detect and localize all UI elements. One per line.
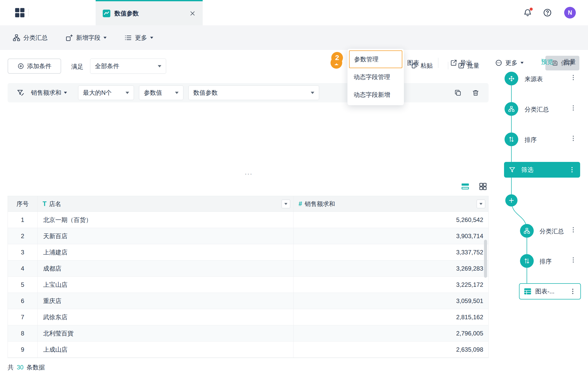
app-window: 数值参数 N: [0, 0, 588, 377]
condition-operator-select[interactable]: 最大的N个: [78, 85, 134, 100]
notification-dot: [530, 8, 533, 11]
batch-label: 批量: [467, 62, 479, 70]
flow-node-summary2-icon[interactable]: [520, 224, 534, 238]
match-mode-select[interactable]: 全部条件: [90, 59, 166, 74]
flow-add-node-button[interactable]: [505, 194, 517, 206]
flow-node-summary1-menu-icon[interactable]: [570, 104, 577, 111]
ellipsis-indicator: ...: [236, 168, 261, 176]
table-row[interactable]: 3 上浦建店 3,337,752: [8, 244, 488, 260]
flow-node-source-label[interactable]: 来源表: [525, 75, 543, 83]
table-row[interactable]: 4 成都店 3,269,283: [8, 260, 488, 277]
export-icon: [450, 59, 457, 66]
paste-button[interactable]: 粘贴: [411, 62, 433, 70]
flow-node-sort1-icon[interactable]: [505, 133, 518, 146]
batch-icon: [458, 62, 465, 69]
add-field-label: 新增字段: [76, 34, 100, 42]
table-scrollbar[interactable]: [484, 240, 487, 278]
copy-condition-icon[interactable]: [454, 89, 462, 97]
flow-node-chart-menu-icon[interactable]: [569, 288, 576, 295]
condition-field-dropdown[interactable]: 销售额求和: [31, 89, 67, 97]
flow-node-sort2-icon[interactable]: [520, 254, 534, 268]
more-left-label: 更多: [135, 34, 147, 42]
user-avatar[interactable]: N: [564, 7, 576, 18]
chevron-down-icon: [150, 37, 153, 39]
flow-node-filter-active[interactable]: 筛选: [504, 162, 580, 178]
view-list-toggle[interactable]: [460, 182, 470, 191]
number-type-icon: #: [299, 200, 302, 208]
chevron-down-icon: [158, 65, 161, 67]
view-grid-toggle[interactable]: [478, 182, 488, 191]
store-column-filter-dropdown[interactable]: [282, 200, 290, 208]
table-header: 序号 T 店名 # 销售额求和: [8, 196, 488, 212]
funnel-icon: [509, 166, 516, 173]
table-row[interactable]: 2 天新百店 3,903,714: [8, 228, 488, 244]
help-icon[interactable]: [543, 8, 552, 17]
flow-node-chart-label: 图表-...: [535, 287, 555, 295]
parameters-dropdown-menu: 参数管理 动态字段管理 动态字段新增: [347, 49, 404, 105]
column-header-sales: # 销售额求和: [293, 196, 488, 212]
column-header-store: T 店名: [38, 196, 293, 212]
filter-edit-icon: [17, 89, 24, 97]
add-field-button[interactable]: 新增字段: [65, 34, 107, 42]
chevron-down-icon: [175, 92, 179, 94]
table-row[interactable]: 9 上成山店 2,635,098: [8, 342, 488, 358]
chevron-down-icon: [126, 92, 129, 94]
flow-node-sort1-label[interactable]: 排序: [525, 136, 537, 144]
menu-item-parameter-manage[interactable]: 参数管理: [349, 50, 402, 68]
tab-numeric-parameter[interactable]: 数值参数: [96, 0, 203, 25]
batch-button[interactable]: 批量: [458, 62, 479, 70]
top-bar: 数值参数 N: [0, 0, 588, 25]
menu-item-dynamic-field-manage[interactable]: 动态字段管理: [349, 68, 402, 86]
table-row[interactable]: 8 北利莹百貨 2,796,005: [8, 325, 488, 342]
table-node-icon: [524, 287, 532, 295]
flow-node-filter-menu-icon[interactable]: [568, 166, 576, 173]
add-condition-button[interactable]: 添加条件: [8, 59, 61, 74]
flow-node-sort2-label[interactable]: 排序: [540, 257, 552, 266]
flow-node-summary2-menu-icon[interactable]: [570, 226, 577, 233]
edit-toolbar: 分类汇总 新增字段 更多 1 参数: [0, 25, 588, 50]
paste-label: 粘贴: [421, 62, 433, 70]
app-logo-icon[interactable]: [14, 7, 25, 18]
flow-node-filter-label: 筛选: [521, 166, 533, 174]
match-mode-value: 全部条件: [95, 62, 119, 70]
group-summary-icon: [13, 34, 20, 42]
condition-parameter-select[interactable]: 数值参数: [188, 85, 319, 100]
table-row[interactable]: 6 重庆店 3,059,501: [8, 293, 488, 309]
menu-item-dynamic-field-add[interactable]: 动态字段新增: [349, 86, 402, 104]
filter-condition-row: 销售额求和 最大的N个 参数值 数值参数: [8, 83, 489, 102]
flow-node-chart-selected[interactable]: 图表-...: [519, 283, 581, 299]
chevron-down-icon: [311, 92, 314, 94]
flow-node-summary2-label[interactable]: 分类汇总: [540, 227, 564, 235]
more-left-button[interactable]: 更多: [124, 34, 153, 42]
condition-parameter-value: 数值参数: [193, 89, 218, 97]
condition-value-type-select[interactable]: 参数值: [139, 85, 183, 100]
plus-circle-icon: [18, 63, 24, 69]
table-row[interactable]: 7 武徐东店 2,815,162: [8, 309, 488, 325]
add-condition-label: 添加条件: [27, 62, 51, 70]
tab-chart-icon: [103, 10, 110, 17]
meet-label: 满足: [71, 63, 83, 71]
flow-node-summary1-icon[interactable]: [505, 102, 518, 116]
flow-node-source-menu-icon[interactable]: [570, 74, 577, 81]
filter-actions-divider: [448, 62, 448, 69]
result-count: 共 30 条数据: [8, 363, 45, 371]
table-row[interactable]: 1 北京一期（百货） 5,260,542: [8, 212, 488, 228]
chevron-down-icon: [64, 92, 67, 94]
condition-field-value: 销售额求和: [31, 89, 61, 97]
chevron-down-icon: [103, 37, 107, 39]
tutorial-step-2-badge: 2: [331, 52, 343, 64]
notification-bell-icon[interactable]: [523, 8, 532, 17]
tab-title: 数值参数: [114, 9, 139, 17]
tab-close-icon[interactable]: [189, 10, 196, 16]
group-summary-button[interactable]: 分类汇总: [13, 34, 48, 42]
condition-value-type-value: 参数值: [144, 89, 162, 97]
table-row[interactable]: 5 上宝山店 3,225,172: [8, 277, 488, 293]
delete-condition-icon[interactable]: [472, 89, 479, 97]
flow-node-summary1-label[interactable]: 分类汇总: [525, 105, 549, 114]
flow-node-source-icon[interactable]: [505, 72, 518, 85]
result-table: 序号 T 店名 # 销售额求和 1 北京一期（百货） 5,260,542 2 天…: [8, 196, 489, 358]
sales-column-filter-dropdown[interactable]: [477, 200, 485, 208]
topbar-divider: [28, 9, 29, 16]
flow-node-sort2-menu-icon[interactable]: [570, 256, 577, 263]
flow-node-sort1-menu-icon[interactable]: [570, 135, 577, 142]
